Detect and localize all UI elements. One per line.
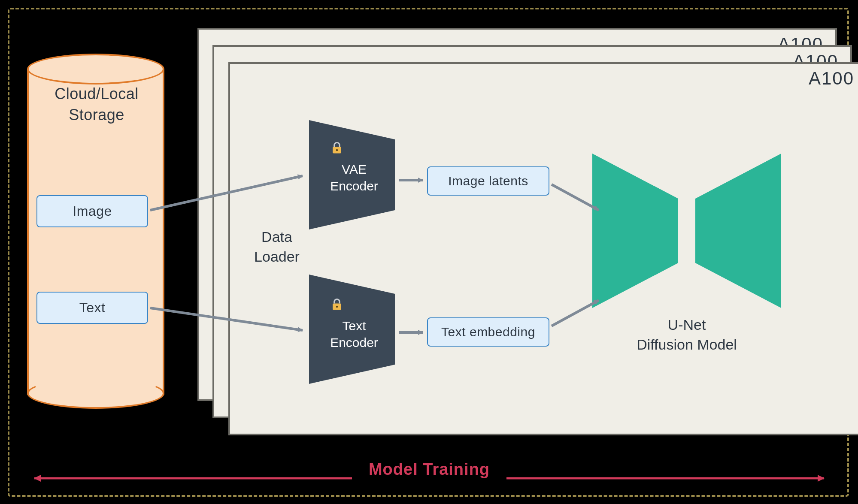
dataloader-label: Data Loader: [240, 227, 313, 267]
text-embedding-box: Text embedding: [427, 317, 549, 347]
svg-marker-7: [695, 154, 781, 308]
vae-encoder-shape: [309, 120, 395, 229]
unet-shape: [592, 154, 781, 308]
svg-marker-0: [309, 120, 395, 229]
storage-text-box: Text: [36, 292, 148, 324]
model-training-label: Model Training: [361, 460, 497, 479]
gpu-card-label: A100: [809, 68, 854, 89]
svg-marker-3: [309, 275, 395, 384]
svg-marker-6: [592, 154, 678, 308]
model-training-span: Model Training: [26, 470, 833, 487]
image-latents-box: Image latents: [427, 166, 549, 196]
storage-title: Cloud/Local Storage: [36, 84, 157, 125]
storage-image-box: Image: [36, 195, 148, 227]
text-encoder-shape: [309, 275, 395, 384]
unet-label: U-Net Diffusion Model: [618, 315, 755, 355]
